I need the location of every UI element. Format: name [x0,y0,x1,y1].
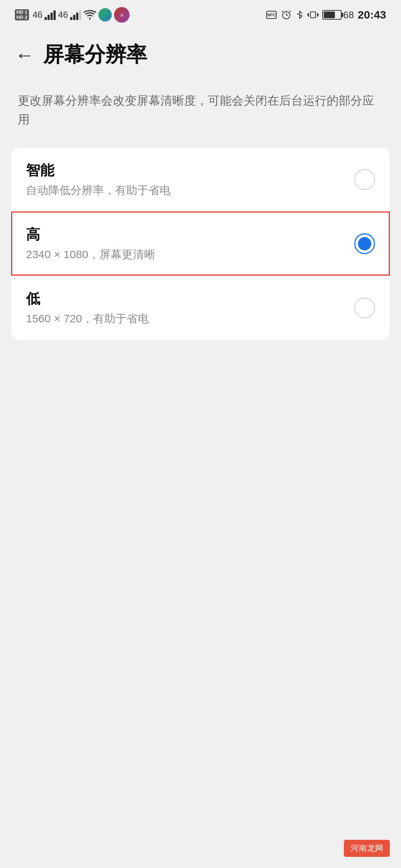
avatar-icon: ⚔ [114,7,130,23]
option-smart-content: 智能 自动降低分辨率，有助于省电 [26,161,354,198]
svg-text:NFC: NFC [267,13,276,17]
svg-rect-7 [310,12,316,18]
vibrate-icon [307,10,319,20]
option-smart-subtitle: 自动降低分辨率，有助于省电 [26,183,354,198]
option-low-content: 低 1560 × 720，有助于省电 [26,289,354,326]
option-high[interactable]: 高 868 × 401，屏幕更清晰 [11,211,390,276]
wifi-icon [84,10,96,20]
option-low[interactable]: 低 1560 × 720，有助于省电 [11,276,390,340]
status-bar-right: NFC 68 20:43 [266,9,386,21]
signal-icon-2 [70,10,81,20]
option-high-radio[interactable] [354,233,375,254]
hd-badge: HD 1 HD 2 [15,9,29,21]
option-smart[interactable]: 智能 自动降低分辨率，有助于省电 [11,148,390,211]
watermark: 河南龙网 [344,840,390,857]
option-low-title: 低 [26,289,354,308]
alarm-icon [281,10,292,20]
carrier-4g-2: 46 [58,10,68,20]
status-bar: HD 1 HD 2 46 46 ⚔ [0,0,401,30]
globe-icon [98,8,112,22]
status-bar-left: HD 1 HD 2 46 46 ⚔ [15,7,130,23]
battery-container: 68 [322,9,354,21]
option-high-content: 高 868 × 401，屏幕更清晰 [26,225,354,262]
svg-line-6 [290,11,291,12]
time-display: 20:43 [358,9,386,21]
svg-line-5 [282,11,283,12]
option-low-radio[interactable] [354,297,375,318]
option-smart-title: 智能 [26,161,354,180]
page-title: 屏幕分辨率 [43,41,147,69]
carrier-4g-1: 46 [33,10,43,20]
battery-icon [322,10,342,20]
option-smart-radio[interactable] [354,169,375,190]
option-low-subtitle: 1560 × 720，有助于省电 [26,311,354,326]
options-card: 智能 自动降低分辨率，有助于省电 高 868 × 401，屏幕更清晰 低 1… [11,148,390,340]
bluetooth-icon [296,10,304,20]
nfc-icon: NFC [266,10,277,20]
battery-level: 68 [343,9,354,21]
option-high-title: 高 [26,225,354,244]
back-button[interactable]: ← [15,45,34,65]
signal-icon-1 [45,10,56,20]
option-high-subtitle: 868 × 401，屏幕更清晰 [26,247,354,262]
header: ← 屏幕分辨率 [0,30,401,76]
description-text: 更改屏幕分辨率会改变屏幕清晰度，可能会关闭在后台运行的部分应用 [0,76,401,144]
